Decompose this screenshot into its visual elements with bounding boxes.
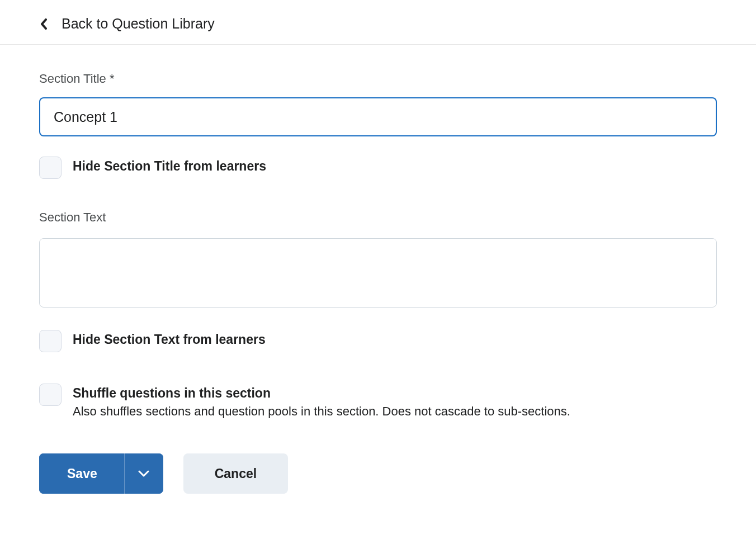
section-title-label: Section Title * (39, 72, 717, 86)
cancel-button[interactable]: Cancel (183, 453, 288, 494)
section-title-input[interactable] (39, 97, 717, 136)
shuffle-helper-text: Also shuffles sections and question pool… (73, 404, 570, 419)
save-button[interactable]: Save (39, 453, 124, 494)
hide-title-row: Hide Section Title from learners (39, 157, 717, 179)
button-row: Save Cancel (39, 453, 717, 494)
section-text-label: Section Text (39, 210, 717, 225)
hide-text-row: Hide Section Text from learners (39, 330, 717, 352)
shuffle-row: Shuffle questions in this section Also s… (39, 384, 717, 419)
section-text-input[interactable] (39, 238, 717, 308)
hide-text-label-wrap: Hide Section Text from learners (73, 330, 266, 347)
chevron-down-icon (138, 470, 149, 477)
save-dropdown-button[interactable] (124, 453, 163, 494)
page-header: Back to Question Library (0, 0, 756, 45)
hide-title-label: Hide Section Title from learners (73, 159, 266, 174)
page-title[interactable]: Back to Question Library (62, 16, 215, 32)
hide-title-label-wrap: Hide Section Title from learners (73, 157, 266, 174)
form-content: Section Title * Hide Section Title from … (0, 45, 756, 516)
shuffle-label-wrap: Shuffle questions in this section Also s… (73, 384, 570, 419)
chevron-left-icon (40, 18, 47, 30)
shuffle-checkbox[interactable] (39, 384, 62, 406)
save-split-button: Save (39, 453, 163, 494)
shuffle-label: Shuffle questions in this section (73, 386, 570, 401)
hide-text-label: Hide Section Text from learners (73, 332, 266, 347)
back-button[interactable] (39, 20, 48, 29)
hide-title-checkbox[interactable] (39, 157, 62, 179)
hide-text-checkbox[interactable] (39, 330, 62, 352)
